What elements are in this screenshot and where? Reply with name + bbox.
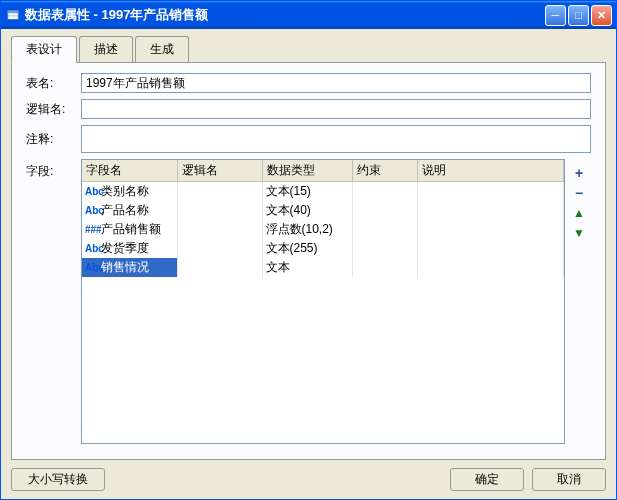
minimize-button[interactable]: ─ — [545, 5, 566, 26]
window-title: 数据表属性 - 1997年产品销售额 — [25, 6, 545, 24]
text-type-icon: Abc — [85, 243, 99, 254]
table-row[interactable]: Abc发货季度文本(255) — [82, 239, 564, 258]
label-fields: 字段: — [26, 159, 81, 180]
label-comment: 注释: — [26, 131, 81, 148]
move-down-button[interactable]: ▼ — [571, 225, 587, 241]
col-field-name[interactable]: 字段名 — [82, 160, 177, 182]
row-table-name: 表名: — [26, 73, 591, 93]
col-data-type[interactable]: 数据类型 — [262, 160, 352, 182]
add-field-button[interactable]: + — [571, 165, 587, 181]
text-type-icon: Abc — [85, 205, 99, 216]
table-row[interactable]: ###产品销售额浮点数(10,2) — [82, 220, 564, 239]
input-table-name[interactable] — [81, 73, 591, 93]
titlebar: 数据表属性 - 1997年产品销售额 ─ □ ✕ — [1, 1, 616, 29]
tab-panel: 表名: 逻辑名: 注释: 字段: 字段名 逻辑名 数据类型 约束 — [11, 62, 606, 460]
fields-grid[interactable]: 字段名 逻辑名 数据类型 约束 说明 Abc类别名称文本(15)Abc产品名称文… — [81, 159, 565, 444]
ok-button[interactable]: 确定 — [450, 468, 524, 491]
table-row[interactable]: Abc类别名称文本(15) — [82, 182, 564, 202]
col-constraint[interactable]: 约束 — [352, 160, 417, 182]
col-logical-name[interactable]: 逻辑名 — [177, 160, 262, 182]
maximize-button[interactable]: □ — [568, 5, 589, 26]
move-up-button[interactable]: ▲ — [571, 205, 587, 221]
row-fields: 字段: 字段名 逻辑名 数据类型 约束 说明 Abc类别名称文本(15)Abc产… — [26, 159, 591, 444]
number-type-icon: ### — [85, 224, 99, 235]
footer: 大小写转换 确定 取消 — [11, 460, 606, 491]
client-area: 表设计 描述 生成 表名: 逻辑名: 注释: 字段: 字段名 逻辑名 — [1, 29, 616, 499]
text-type-icon: Abc — [85, 262, 99, 273]
tab-generate[interactable]: 生成 — [135, 36, 189, 63]
window-controls: ─ □ ✕ — [545, 5, 612, 26]
label-logical-name: 逻辑名: — [26, 101, 81, 118]
app-icon — [5, 7, 21, 23]
tab-description[interactable]: 描述 — [79, 36, 133, 63]
row-comment: 注释: — [26, 125, 591, 153]
label-table-name: 表名: — [26, 75, 81, 92]
close-button[interactable]: ✕ — [591, 5, 612, 26]
table-row[interactable]: Abc销售情况文本 — [82, 258, 564, 277]
input-logical-name[interactable] — [81, 99, 591, 119]
input-comment[interactable] — [81, 125, 591, 153]
cancel-button[interactable]: 取消 — [532, 468, 606, 491]
remove-field-button[interactable]: − — [571, 185, 587, 201]
case-convert-button[interactable]: 大小写转换 — [11, 468, 105, 491]
tab-design[interactable]: 表设计 — [11, 36, 77, 63]
grid-side-buttons: + − ▲ ▼ — [571, 159, 591, 444]
tab-bar: 表设计 描述 生成 — [11, 35, 606, 63]
svg-rect-1 — [8, 11, 19, 14]
text-type-icon: Abc — [85, 186, 99, 197]
grid-wrap: 字段名 逻辑名 数据类型 约束 说明 Abc类别名称文本(15)Abc产品名称文… — [81, 159, 591, 444]
table-row[interactable]: Abc产品名称文本(40) — [82, 201, 564, 220]
row-logical-name: 逻辑名: — [26, 99, 591, 119]
col-desc[interactable]: 说明 — [417, 160, 564, 182]
